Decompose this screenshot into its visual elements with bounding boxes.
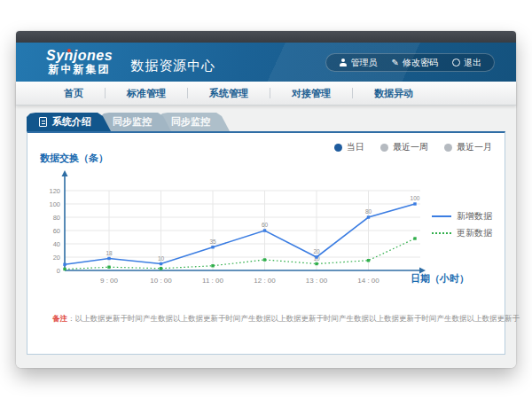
tab-1[interactable]: 同步监控 (100, 113, 171, 131)
nav-item-0[interactable]: 首页 (43, 87, 105, 100)
footnote: 备注：以上数据更新于时间产生数据以上数据更新于时间产生数据以上数据更新于时间产生… (52, 314, 520, 325)
svg-text:60: 60 (262, 222, 269, 228)
logout-button[interactable]: 退出 (452, 57, 481, 69)
tab-0[interactable]: 系统介绍 (27, 113, 111, 131)
legend-label: 更新数据 (457, 227, 492, 239)
chart-svg: 0204060801001209 : 0010 : 0011 : 0012 : … (38, 167, 437, 295)
range-option-2[interactable]: 最近一月 (444, 141, 492, 153)
legend-swatch (432, 215, 451, 217)
svg-text:20: 20 (313, 248, 320, 254)
admin-user-label: 管理员 (351, 57, 378, 69)
document-icon (39, 117, 47, 127)
y-axis-title: 数据交换（条） (40, 152, 108, 165)
page-title: 数据资源中心 (130, 58, 215, 74)
radio-icon (380, 144, 388, 152)
svg-text:9 : 00: 9 : 00 (100, 277, 119, 285)
footnote-prefix: 备注 (52, 314, 67, 323)
svg-text:14 : 00: 14 : 00 (357, 277, 379, 285)
legend-item-0: 新增数据 (432, 207, 492, 224)
nav-item-4[interactable]: 数据异动 (353, 87, 434, 100)
range-option-label: 最近一周 (393, 141, 428, 153)
svg-text:60: 60 (53, 227, 60, 235)
svg-text:10: 10 (158, 255, 165, 262)
svg-text:80: 80 (365, 208, 372, 215)
tab-label: 系统介绍 (52, 113, 91, 131)
legend-item-1: 更新数据 (432, 224, 492, 241)
tab-label: 同步监控 (171, 116, 210, 127)
app-window: Synjones 新中新集团 数据资源中心 管理员 修改密码 退出 首页标准管理… (16, 31, 516, 368)
user-menu: 管理员 修改密码 退出 (325, 53, 495, 72)
nav-item-3[interactable]: 对接管理 (270, 87, 352, 100)
admin-user-button[interactable]: 管理员 (339, 57, 378, 69)
company-logo: Synjones 新中新集团 (46, 49, 113, 74)
footnote-text: ：以上数据更新于时间产生数据以上数据更新于时间产生数据以上数据更新于时间产生数据… (67, 314, 520, 323)
svg-text:80: 80 (53, 214, 60, 222)
range-option-label: 当日 (347, 141, 364, 153)
logo-text-cn: 新中新集团 (46, 64, 113, 75)
range-option-0[interactable]: 当日 (334, 141, 364, 153)
range-option-1[interactable]: 最近一周 (380, 141, 428, 153)
chart-panel: 当日最近一周最近一月 数据交换（条） 0204060801001209 : 00… (27, 131, 505, 355)
chart-legend: 新增数据更新数据 (432, 207, 492, 241)
logout-label: 退出 (464, 57, 481, 69)
svg-text:18: 18 (106, 250, 113, 256)
power-icon (452, 59, 460, 66)
logo-text-en: Synjones (46, 49, 113, 64)
svg-text:35: 35 (209, 239, 216, 245)
range-option-label: 最近一月 (457, 141, 492, 153)
svg-text:40: 40 (53, 240, 60, 248)
svg-text:100: 100 (411, 195, 420, 201)
svg-text:20: 20 (53, 254, 60, 262)
svg-text:11 : 00: 11 : 00 (202, 277, 223, 285)
svg-text:13 : 00: 13 : 00 (306, 277, 328, 285)
x-axis-title: 日期（小时） (411, 272, 469, 286)
user-icon (339, 59, 348, 66)
svg-text:120: 120 (49, 187, 60, 195)
change-password-label: 修改密码 (403, 57, 438, 69)
svg-text:100: 100 (49, 200, 60, 208)
main-nav: 首页标准管理系统管理对接管理数据异动 (16, 82, 516, 106)
tab-label: 同步监控 (113, 116, 152, 127)
legend-label: 新增数据 (457, 210, 492, 223)
radio-icon (334, 144, 342, 152)
content-area: 系统介绍同步监控同步监控 当日最近一周最近一月 数据交换（条） 02040608… (16, 106, 516, 368)
range-options: 当日最近一周最近一月 (334, 141, 492, 153)
window-top-strip (16, 31, 516, 43)
svg-text:0: 0 (57, 267, 60, 275)
tab-bar: 系统介绍同步监控同步监控 (27, 113, 505, 131)
nav-item-2[interactable]: 系统管理 (188, 87, 270, 100)
change-password-button[interactable]: 修改密码 (392, 57, 438, 69)
edit-icon (392, 58, 399, 67)
svg-text:10 : 00: 10 : 00 (150, 277, 172, 285)
radio-icon (444, 144, 452, 152)
nav-item-1[interactable]: 标准管理 (106, 87, 187, 100)
svg-text:12 : 00: 12 : 00 (254, 277, 276, 285)
legend-swatch (432, 232, 451, 234)
app-header: Synjones 新中新集团 数据资源中心 管理员 修改密码 退出 (16, 43, 516, 82)
